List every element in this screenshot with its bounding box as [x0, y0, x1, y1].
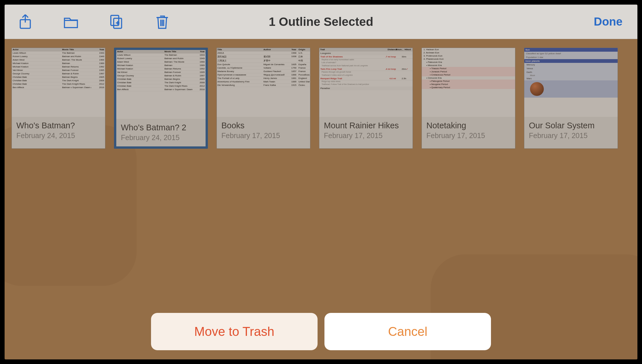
folder-icon[interactable] — [62, 13, 80, 31]
document-date: February 24, 2015 — [121, 133, 201, 142]
document-thumbnail: TrailDistanceRoun...HikedLongmireTrail o… — [319, 48, 413, 117]
document-date: February 17, 2015 — [324, 131, 408, 140]
toolbar: 1 Outline Selected Done — [5, 5, 637, 39]
document-title: Notetaking — [426, 121, 510, 130]
trash-icon[interactable] — [153, 13, 171, 31]
document-thumbnail: SunClassified as type G2 yellow dwarfPop… — [524, 48, 618, 117]
document-card[interactable]: ActorMovie TitleYearLewis WilsonThe Batm… — [114, 48, 208, 149]
document-card[interactable]: 1. Hadean Eon2. Archean Eon3. Proterozoi… — [421, 48, 515, 149]
document-date: February 17, 2015 — [221, 131, 305, 140]
document-title: Books — [221, 121, 305, 130]
document-date: February 17, 2015 — [529, 131, 613, 140]
documents-grid: ActorMovie TitleYearLewis WilsonThe Batm… — [5, 39, 637, 157]
document-title: Our Solar System — [529, 121, 613, 130]
document-date: February 17, 2015 — [426, 131, 510, 140]
document-thumbnail: 1. Hadean Eon2. Archean Eon3. Proterozoi… — [422, 48, 515, 117]
document-card[interactable]: SunClassified as type G2 yellow dwarfPop… — [524, 48, 618, 149]
document-date: February 24, 2015 — [16, 131, 100, 140]
document-thumbnail: ActorMovie TitleYearLewis WilsonThe Batm… — [116, 50, 206, 119]
toolbar-title: 1 Outline Selected — [269, 15, 373, 29]
document-card[interactable]: TrailDistanceRoun...HikedLongmireTrail o… — [319, 48, 413, 149]
document-title: Who's Batman? — [16, 121, 100, 130]
document-card[interactable]: ActorMovie TitleYearLewis WilsonThe Batm… — [11, 48, 105, 149]
document-title: Who's Batman? 2 — [121, 123, 201, 132]
cancel-button[interactable]: Cancel — [324, 313, 491, 350]
duplicate-icon[interactable] — [107, 13, 126, 31]
done-button[interactable]: Done — [590, 13, 626, 30]
document-thumbnail: TitleAuthorYearOrigin2001A1968U.K.源氏物語紫式… — [217, 48, 310, 117]
document-title: Mount Rainier Hikes — [324, 121, 408, 130]
share-icon[interactable] — [16, 13, 34, 31]
action-sheet: Move to Trash Cancel — [151, 313, 491, 350]
document-card[interactable]: TitleAuthorYearOrigin2001A1968U.K.源氏物語紫式… — [216, 48, 310, 149]
move-to-trash-button[interactable]: Move to Trash — [151, 313, 318, 350]
document-thumbnail: ActorMovie TitleYearLewis WilsonThe Batm… — [12, 48, 105, 117]
